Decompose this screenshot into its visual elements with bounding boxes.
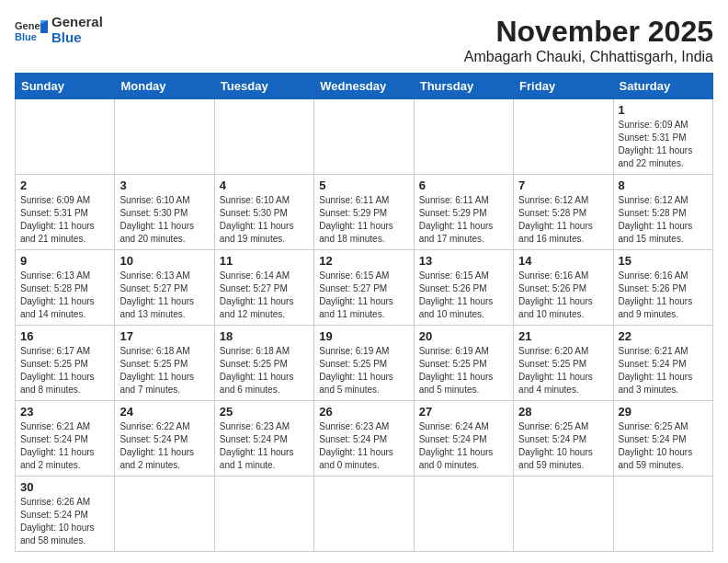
weekday-header-friday: Friday — [514, 74, 613, 99]
day-info: Sunrise: 6:09 AM Sunset: 5:31 PM Dayligh… — [20, 194, 109, 246]
day-info: Sunrise: 6:11 AM Sunset: 5:29 PM Dayligh… — [319, 194, 408, 246]
day-number: 6 — [419, 178, 508, 192]
day-number: 4 — [220, 178, 309, 192]
calendar-cell — [214, 477, 313, 552]
logo-general-part: General — [51, 15, 103, 30]
calendar-cell: 13Sunrise: 6:15 AM Sunset: 5:26 PM Dayli… — [414, 250, 513, 326]
day-number: 8 — [619, 178, 708, 192]
calendar-cell: 11Sunrise: 6:14 AM Sunset: 5:27 PM Dayli… — [214, 250, 313, 326]
calendar-cell: 18Sunrise: 6:18 AM Sunset: 5:25 PM Dayli… — [214, 326, 313, 401]
day-info: Sunrise: 6:15 AM Sunset: 5:27 PM Dayligh… — [319, 270, 408, 321]
day-info: Sunrise: 6:23 AM Sunset: 5:24 PM Dayligh… — [319, 420, 408, 472]
calendar-cell: 30Sunrise: 6:26 AM Sunset: 5:24 PM Dayli… — [16, 477, 115, 552]
calendar-cell: 10Sunrise: 6:13 AM Sunset: 5:27 PM Dayli… — [115, 250, 214, 326]
calendar-cell: 12Sunrise: 6:15 AM Sunset: 5:27 PM Dayli… — [314, 250, 414, 326]
day-info: Sunrise: 6:19 AM Sunset: 5:25 PM Dayligh… — [319, 345, 408, 396]
day-info: Sunrise: 6:13 AM Sunset: 5:27 PM Dayligh… — [119, 270, 209, 321]
location-subtitle: Ambagarh Chauki, Chhattisgarh, India — [464, 49, 713, 65]
calendar-table: SundayMondayTuesdayWednesdayThursdayFrid… — [15, 73, 713, 552]
calendar-week-5: 23Sunrise: 6:21 AM Sunset: 5:24 PM Dayli… — [16, 401, 713, 477]
weekday-header-row: SundayMondayTuesdayWednesdayThursdayFrid… — [16, 74, 713, 99]
day-info: Sunrise: 6:26 AM Sunset: 5:24 PM Dayligh… — [20, 496, 109, 547]
day-number: 29 — [619, 405, 708, 419]
calendar-cell: 17Sunrise: 6:18 AM Sunset: 5:25 PM Dayli… — [115, 326, 214, 401]
day-info: Sunrise: 6:21 AM Sunset: 5:24 PM Dayligh… — [619, 345, 708, 396]
day-info: Sunrise: 6:12 AM Sunset: 5:28 PM Dayligh… — [518, 194, 608, 246]
day-info: Sunrise: 6:22 AM Sunset: 5:24 PM Dayligh… — [119, 420, 209, 472]
calendar-cell: 7Sunrise: 6:12 AM Sunset: 5:28 PM Daylig… — [514, 175, 613, 250]
day-info: Sunrise: 6:10 AM Sunset: 5:30 PM Dayligh… — [119, 194, 209, 246]
day-number: 11 — [220, 254, 309, 268]
calendar-cell — [514, 477, 613, 552]
day-info: Sunrise: 6:21 AM Sunset: 5:24 PM Dayligh… — [20, 420, 109, 472]
day-info: Sunrise: 6:19 AM Sunset: 5:25 PM Dayligh… — [419, 345, 508, 396]
calendar-cell — [514, 99, 613, 175]
day-info: Sunrise: 6:20 AM Sunset: 5:25 PM Dayligh… — [518, 345, 608, 396]
day-info: Sunrise: 6:18 AM Sunset: 5:25 PM Dayligh… — [119, 345, 209, 396]
day-number: 14 — [518, 254, 608, 268]
calendar-cell — [414, 477, 513, 552]
weekday-header-wednesday: Wednesday — [314, 74, 414, 99]
calendar-cell: 25Sunrise: 6:23 AM Sunset: 5:24 PM Dayli… — [214, 401, 313, 477]
calendar-cell: 2Sunrise: 6:09 AM Sunset: 5:31 PM Daylig… — [16, 175, 115, 250]
calendar-week-6: 30Sunrise: 6:26 AM Sunset: 5:24 PM Dayli… — [16, 477, 713, 552]
day-number: 19 — [319, 329, 408, 343]
month-year-title: November 2025 — [464, 15, 713, 49]
calendar-week-3: 9Sunrise: 6:13 AM Sunset: 5:28 PM Daylig… — [16, 250, 713, 326]
day-number: 1 — [619, 103, 708, 117]
calendar-cell: 19Sunrise: 6:19 AM Sunset: 5:25 PM Dayli… — [314, 326, 414, 401]
day-info: Sunrise: 6:09 AM Sunset: 5:31 PM Dayligh… — [619, 119, 708, 170]
day-number: 27 — [419, 405, 508, 419]
day-info: Sunrise: 6:17 AM Sunset: 5:25 PM Dayligh… — [20, 345, 109, 396]
day-number: 24 — [119, 405, 209, 419]
logo-blue-part: Blue — [51, 30, 103, 46]
day-number: 10 — [119, 254, 209, 268]
day-number: 28 — [518, 405, 608, 419]
day-number: 23 — [20, 405, 109, 419]
calendar-cell — [16, 99, 115, 175]
logo-text: General Blue — [51, 15, 103, 45]
calendar-week-4: 16Sunrise: 6:17 AM Sunset: 5:25 PM Dayli… — [16, 326, 713, 401]
day-number: 9 — [20, 254, 109, 268]
calendar-cell — [314, 477, 414, 552]
calendar-cell: 20Sunrise: 6:19 AM Sunset: 5:25 PM Dayli… — [414, 326, 513, 401]
calendar-cell — [314, 99, 414, 175]
day-info: Sunrise: 6:16 AM Sunset: 5:26 PM Dayligh… — [619, 270, 708, 321]
calendar-cell: 8Sunrise: 6:12 AM Sunset: 5:28 PM Daylig… — [613, 175, 712, 250]
weekday-header-sunday: Sunday — [16, 74, 115, 99]
title-section: November 2025 Ambagarh Chauki, Chhattisg… — [464, 15, 713, 65]
calendar-cell: 6Sunrise: 6:11 AM Sunset: 5:29 PM Daylig… — [414, 175, 513, 250]
day-number: 3 — [119, 178, 209, 192]
calendar-week-1: 1Sunrise: 6:09 AM Sunset: 5:31 PM Daylig… — [16, 99, 713, 175]
day-number: 21 — [518, 329, 608, 343]
day-info: Sunrise: 6:23 AM Sunset: 5:24 PM Dayligh… — [220, 420, 309, 472]
calendar-cell: 24Sunrise: 6:22 AM Sunset: 5:24 PM Dayli… — [115, 401, 214, 477]
calendar-cell — [214, 99, 313, 175]
day-info: Sunrise: 6:11 AM Sunset: 5:29 PM Dayligh… — [419, 194, 508, 246]
calendar-cell: 22Sunrise: 6:21 AM Sunset: 5:24 PM Dayli… — [613, 326, 712, 401]
calendar-cell: 1Sunrise: 6:09 AM Sunset: 5:31 PM Daylig… — [613, 99, 712, 175]
day-info: Sunrise: 6:13 AM Sunset: 5:28 PM Dayligh… — [20, 270, 109, 321]
day-number: 2 — [20, 178, 109, 192]
day-info: Sunrise: 6:10 AM Sunset: 5:30 PM Dayligh… — [220, 194, 309, 246]
calendar-cell: 15Sunrise: 6:16 AM Sunset: 5:26 PM Dayli… — [613, 250, 712, 326]
page-header: General Blue General Blue November 2025 … — [15, 15, 713, 65]
calendar-cell — [613, 477, 712, 552]
svg-text:Blue: Blue — [15, 31, 37, 42]
day-info: Sunrise: 6:25 AM Sunset: 5:24 PM Dayligh… — [518, 420, 608, 472]
calendar-cell: 26Sunrise: 6:23 AM Sunset: 5:24 PM Dayli… — [314, 401, 414, 477]
weekday-header-monday: Monday — [115, 74, 214, 99]
day-number: 7 — [518, 178, 608, 192]
calendar-cell: 5Sunrise: 6:11 AM Sunset: 5:29 PM Daylig… — [314, 175, 414, 250]
calendar-cell: 14Sunrise: 6:16 AM Sunset: 5:26 PM Dayli… — [514, 250, 613, 326]
day-number: 13 — [419, 254, 508, 268]
day-info: Sunrise: 6:24 AM Sunset: 5:24 PM Dayligh… — [419, 420, 508, 472]
calendar-cell: 21Sunrise: 6:20 AM Sunset: 5:25 PM Dayli… — [514, 326, 613, 401]
day-number: 30 — [20, 480, 109, 494]
day-info: Sunrise: 6:15 AM Sunset: 5:26 PM Dayligh… — [419, 270, 508, 321]
day-number: 5 — [319, 178, 408, 192]
calendar-cell: 3Sunrise: 6:10 AM Sunset: 5:30 PM Daylig… — [115, 175, 214, 250]
calendar-cell: 4Sunrise: 6:10 AM Sunset: 5:30 PM Daylig… — [214, 175, 313, 250]
day-number: 22 — [619, 329, 708, 343]
calendar-cell: 23Sunrise: 6:21 AM Sunset: 5:24 PM Dayli… — [16, 401, 115, 477]
